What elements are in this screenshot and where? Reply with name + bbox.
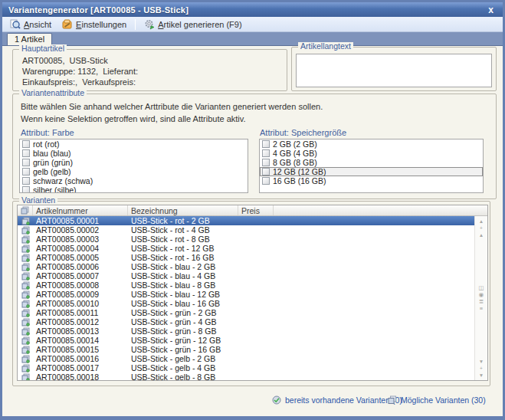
speicher-list-item[interactable]: 16 GB (16 GB) — [260, 176, 483, 185]
ansicht-label: Ansicht — [24, 20, 51, 29]
speicher-list-item[interactable]: 8 GB (8 GB) — [260, 158, 483, 167]
speicher-item-label: 4 GB (4 GB) — [273, 149, 317, 158]
cell-artikelnummer: ART00085.00016 — [33, 354, 128, 363]
hauptartikel-group-label: Hauptartikel — [19, 44, 67, 53]
scroll-up-icon[interactable]: + — [480, 225, 483, 231]
scroll-down-icon[interactable]: ▼ — [479, 359, 484, 364]
magnifier-icon — [10, 19, 21, 30]
variant-row[interactable]: ART00085.00018 USB-Stick - gelb - 8 GB — [18, 372, 487, 381]
cell-preis — [238, 354, 274, 363]
variant-row[interactable]: ART00085.00001 USB-Stick - rot - 2 GB — [18, 216, 487, 225]
variant-row[interactable]: ART00085.00010 USB-Stick - blau - 16 GB — [18, 299, 487, 308]
grid-nav-middle[interactable]: ◫◉≣≡ — [478, 283, 484, 313]
farbe-list-item[interactable]: gelb (gelb) — [20, 167, 248, 176]
ansicht-button[interactable]: Ansicht — [5, 18, 56, 31]
cell-artikelnummer: ART00085.00014 — [33, 336, 128, 345]
grid-tool-icon[interactable]: ≣ — [479, 299, 484, 304]
variant-row[interactable]: ART00085.00005 USB-Stick - rot - 16 GB — [18, 253, 487, 262]
variant-row[interactable]: ART00085.00013 USB-Stick - grün - 8 GB — [18, 326, 487, 336]
grid-scroll-navigator[interactable]: ▲+▲ ◫◉≣≡ ▼+▼ — [474, 216, 487, 380]
checkbox[interactable] — [22, 186, 30, 193]
column-header-bezeichnung[interactable]: Bezeichnung — [128, 205, 238, 215]
farbe-list-item[interactable]: grün (grün) — [20, 158, 248, 167]
column-header-artikelnummer[interactable]: Artikelnummer — [33, 205, 128, 215]
scroll-up-icon[interactable]: ▲ — [479, 218, 484, 224]
artikel-generieren-button[interactable]: Artikel generieren (F9) — [139, 18, 246, 31]
grid-tool-icon[interactable]: ◫ — [478, 285, 484, 290]
column-header-filler — [274, 205, 487, 215]
variant-article-icon — [21, 281, 30, 290]
scroll-up-icon[interactable]: ▲ — [479, 232, 484, 238]
farbe-list-item[interactable]: rot (rot) — [20, 139, 248, 149]
row-type-column-header[interactable] — [18, 205, 33, 215]
speicher-list-item[interactable]: 12 GB (12 GB) — [260, 167, 483, 176]
grid-nav-top[interactable]: ▲+▲ — [479, 216, 484, 240]
titlebar: Variantengenerator [ART00085 - USB-Stick… — [2, 2, 503, 17]
variant-article-icon — [21, 235, 30, 244]
variant-row[interactable]: ART00085.00007 USB-Stick - blau - 4 GB — [18, 271, 487, 281]
farbe-item-label: gelb (gelb) — [33, 167, 71, 176]
variant-type-header-icon — [21, 206, 29, 215]
existing-variants-link[interactable]: bereits vorhandene Varianten (0) — [272, 395, 402, 405]
variant-row[interactable]: ART00085.00017 USB-Stick - gelb - 4 GB — [18, 363, 487, 372]
cell-preis — [238, 271, 274, 281]
variant-row[interactable]: ART00085.00016 USB-Stick - gelb - 2 GB — [18, 354, 487, 363]
possible-variants-link[interactable]: Mögliche Varianten (30) — [388, 395, 486, 405]
checkbox[interactable] — [22, 140, 30, 148]
variant-row[interactable]: ART00085.00002 USB-Stick - rot - 4 GB — [18, 225, 487, 235]
grid-tool-icon[interactable]: ≡ — [480, 306, 483, 311]
checkbox[interactable] — [262, 140, 270, 148]
checkbox[interactable] — [262, 168, 270, 176]
variant-article-icon — [21, 346, 30, 354]
cell-bezeichnung: USB-Stick - gelb - 2 GB — [128, 354, 238, 363]
checkbox[interactable] — [22, 159, 30, 166]
cell-artikelnummer: ART00085.00018 — [33, 372, 128, 381]
einstellungen-button[interactable]: Einstellungen — [57, 18, 131, 31]
variantengenerator-window: Variantengenerator [ART00085 - USB-Stick… — [0, 0, 505, 420]
variant-article-icon — [21, 254, 30, 262]
farbe-item-label: silber (silbe) — [33, 185, 77, 193]
variant-row[interactable]: ART00085.00006 USB-Stick - blau - 2 GB — [18, 262, 487, 271]
farbe-list-item[interactable]: blau (blau) — [20, 149, 248, 158]
grid-tool-icon[interactable]: ◉ — [479, 292, 484, 297]
scroll-down-icon[interactable]: + — [480, 366, 483, 371]
checkbox[interactable] — [262, 149, 270, 157]
speicher-list-item[interactable]: 4 GB (4 GB) — [260, 149, 483, 158]
speichergroesse-listbox[interactable]: 2 GB (2 GB) 4 GB (4 GB) 8 GB (8 GB) — [259, 139, 484, 193]
checkbox[interactable] — [22, 149, 30, 157]
close-icon[interactable]: x — [485, 5, 497, 15]
speicher-item-label: 2 GB (2 GB) — [273, 139, 317, 149]
checkbox[interactable] — [22, 168, 30, 176]
einstellungen-label: Einstellungen — [76, 20, 126, 29]
variant-row[interactable]: ART00085.00009 USB-Stick - blau - 12 GB — [18, 290, 487, 299]
variant-article-icon — [21, 336, 30, 345]
farbe-list-item[interactable]: schwarz (schwa) — [20, 176, 248, 185]
variant-row[interactable]: ART00085.00011 USB-Stick - grün - 2 GB — [18, 308, 487, 317]
variant-row[interactable]: ART00085.00004 USB-Stick - rot - 12 GB — [18, 244, 487, 253]
column-header-preis[interactable]: Preis — [238, 205, 274, 215]
cell-bezeichnung: USB-Stick - rot - 2 GB — [128, 216, 238, 225]
checkbox[interactable] — [22, 177, 30, 185]
variant-row[interactable]: ART00085.00003 USB-Stick - rot - 8 GB — [18, 235, 487, 244]
cell-bezeichnung: USB-Stick - gelb - 8 GB — [128, 372, 238, 381]
cell-bezeichnung: USB-Stick - grün - 4 GB — [128, 317, 238, 326]
artikellangtext-textarea[interactable] — [296, 54, 492, 87]
variant-row[interactable]: ART00085.00008 USB-Stick - blau - 8 GB — [18, 281, 487, 290]
toolbar-separator — [135, 19, 136, 30]
variant-row[interactable]: ART00085.00014 USB-Stick - grün - 12 GB — [18, 336, 487, 345]
generate-gear-icon — [144, 19, 155, 30]
cell-preis — [238, 308, 274, 317]
scroll-down-icon[interactable]: ▼ — [479, 372, 484, 378]
variant-article-icon — [21, 217, 30, 225]
cell-bezeichnung: USB-Stick - blau - 12 GB — [128, 290, 238, 299]
farbe-listbox[interactable]: rot (rot) blau (blau) grün (grün) — [19, 139, 248, 193]
variant-row[interactable]: ART00085.00012 USB-Stick - grün - 4 GB — [18, 317, 487, 326]
checkbox[interactable] — [262, 159, 270, 166]
variant-row[interactable]: ART00085.00015 USB-Stick - grün - 16 GB — [18, 345, 487, 354]
checkbox[interactable] — [262, 177, 270, 185]
grid-nav-bottom[interactable]: ▼+▼ — [479, 356, 484, 380]
farbe-list-item[interactable]: silber (silbe) — [20, 185, 248, 193]
hauptartikel-line-2: Warengruppe: 1132, Lieferant: — [22, 67, 138, 76]
speicher-list-item[interactable]: 2 GB (2 GB) — [260, 139, 483, 149]
speicher-item-label: 8 GB (8 GB) — [273, 158, 317, 167]
